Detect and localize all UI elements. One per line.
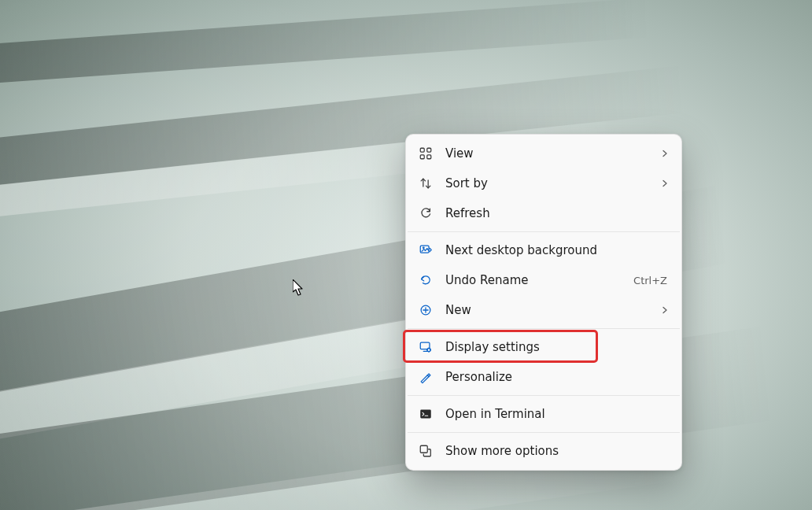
- undo-icon: [419, 273, 433, 287]
- chevron-right-icon: [659, 303, 669, 317]
- desktop-context-menu: ViewSort byRefreshNext desktop backgroun…: [405, 134, 682, 471]
- menu-item-label: Refresh: [445, 206, 669, 220]
- menu-separator: [408, 231, 680, 232]
- plus-circle-icon: [419, 303, 433, 317]
- chevron-right-icon: [659, 176, 669, 190]
- menu-item-show-more[interactable]: Show more options: [406, 436, 681, 466]
- menu-item-view[interactable]: View: [406, 139, 681, 168]
- menu-item-label: View: [445, 146, 647, 161]
- svg-rect-0: [420, 148, 424, 152]
- svg-rect-3: [427, 155, 431, 159]
- refresh-icon: [419, 206, 433, 220]
- svg-rect-9: [420, 410, 431, 419]
- menu-item-label: New: [445, 303, 647, 317]
- show-more-icon: [419, 444, 433, 458]
- menu-separator: [408, 395, 680, 396]
- menu-item-terminal[interactable]: Open in Terminal: [406, 399, 681, 429]
- menu-item-shortcut: Ctrl+Z: [633, 275, 669, 286]
- menu-item-refresh[interactable]: Refresh: [406, 198, 681, 228]
- menu-item-label: Undo Rename: [445, 273, 621, 287]
- menu-item-undo[interactable]: Undo RenameCtrl+Z: [406, 265, 681, 295]
- chevron-right-icon: [659, 146, 669, 161]
- menu-item-next-bg[interactable]: Next desktop background: [406, 235, 681, 265]
- view-grid-icon: [419, 146, 433, 161]
- menu-item-label: Display settings: [445, 340, 669, 354]
- menu-separator: [408, 328, 680, 329]
- next-background-icon: [419, 243, 433, 257]
- menu-item-display[interactable]: Display settings: [406, 332, 681, 362]
- menu-item-label: Open in Terminal: [445, 407, 669, 421]
- menu-item-sortby[interactable]: Sort by: [406, 168, 681, 198]
- personalize-icon: [419, 370, 433, 384]
- display-settings-icon: [419, 340, 433, 354]
- menu-separator: [408, 432, 680, 433]
- svg-point-5: [423, 247, 424, 249]
- svg-rect-1: [427, 148, 431, 152]
- menu-item-label: Show more options: [445, 444, 669, 458]
- terminal-icon: [419, 407, 433, 421]
- svg-rect-2: [420, 155, 424, 159]
- menu-item-label: Sort by: [445, 176, 647, 190]
- sort-icon: [419, 176, 433, 190]
- menu-item-personalize[interactable]: Personalize: [406, 362, 681, 392]
- svg-rect-10: [420, 445, 427, 453]
- menu-item-label: Personalize: [445, 370, 669, 384]
- menu-item-new[interactable]: New: [406, 295, 681, 325]
- menu-item-label: Next desktop background: [445, 243, 669, 257]
